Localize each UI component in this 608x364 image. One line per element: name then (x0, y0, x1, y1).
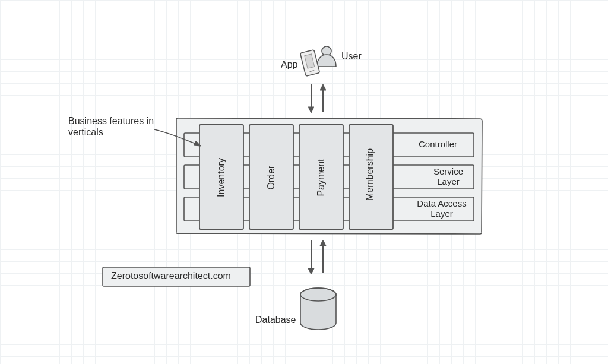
label-inventory: Inventory (216, 157, 227, 198)
phone-icon (300, 50, 320, 77)
label-order: Order (266, 157, 277, 198)
label-controller: Controller (419, 139, 457, 149)
label-service-layer: Service Layer (428, 166, 469, 187)
architecture-diagram (0, 0, 608, 364)
label-payment: Payment (316, 157, 327, 198)
arrows-bottom (308, 240, 326, 274)
arrows-top (308, 84, 326, 113)
svg-marker-12 (320, 240, 326, 246)
user-label: User (341, 51, 362, 62)
svg-marker-10 (308, 268, 314, 274)
database-label: Database (255, 315, 296, 325)
database-icon (300, 288, 336, 330)
svg-marker-5 (308, 107, 314, 113)
label-membership: Membership (365, 154, 375, 201)
label-data-access-layer: Data Access Layer (412, 198, 471, 219)
verticals-annotation: Business features in verticals (68, 115, 157, 138)
user-icon (317, 46, 336, 67)
svg-marker-7 (320, 84, 326, 90)
watermark-text: Zerotosoftwarearchitect.com (111, 271, 231, 281)
app-label: App (281, 59, 297, 70)
